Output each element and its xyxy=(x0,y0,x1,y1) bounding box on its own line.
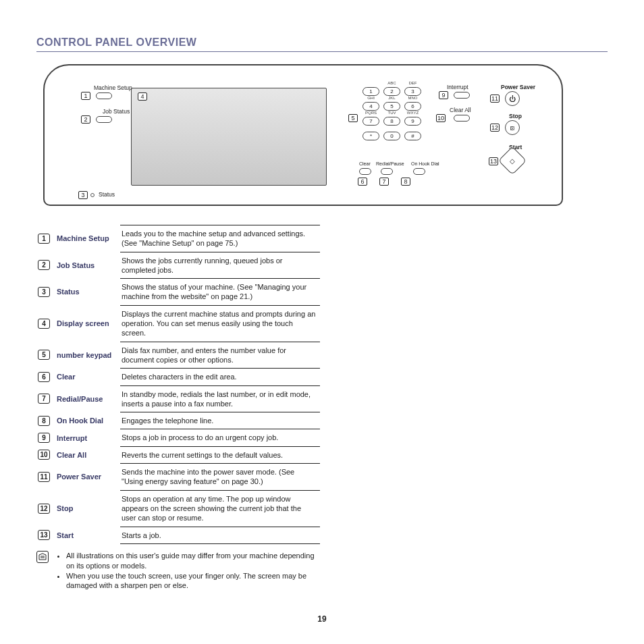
row-num: 13 xyxy=(38,530,50,540)
callout-table: 1Machine SetupLeads you to the machine s… xyxy=(36,225,320,544)
row-desc: Leads you to the machine setup and advan… xyxy=(120,225,320,252)
row-num: 2 xyxy=(38,260,50,270)
callout-7: 7 xyxy=(379,178,389,186)
label-power-saver: Power Saver xyxy=(501,84,535,90)
power-saver-button[interactable]: ⏻ xyxy=(505,91,520,106)
table-row: 5number keypadDials fax number, and ente… xyxy=(36,342,320,369)
callout-11: 11 xyxy=(490,95,500,103)
callout-2: 2 xyxy=(81,115,90,124)
table-row: 8On Hook DialEngages the telephone line. xyxy=(36,412,320,429)
label-clear-all: Clear All xyxy=(450,107,471,113)
page-heading: CONTROL PANEL OVERVIEW xyxy=(36,36,608,52)
callout-10: 10 xyxy=(436,114,446,122)
note-item: All illustrations on this user's guide m… xyxy=(66,551,320,571)
row-num: 3 xyxy=(38,287,50,297)
label-status: Status xyxy=(99,191,115,198)
notes-block: All illustrations on this user's guide m… xyxy=(36,551,320,591)
table-row: 4Display screenDisplays the current mach… xyxy=(36,305,320,342)
callout-8: 8 xyxy=(401,178,410,186)
table-row: 6ClearDeletes characters in the edit are… xyxy=(36,369,320,385)
redial-pause-button[interactable] xyxy=(381,168,393,175)
interrupt-button[interactable] xyxy=(454,92,470,99)
callout-9: 9 xyxy=(439,91,448,99)
job-status-button[interactable] xyxy=(96,116,112,123)
row-name: Start xyxy=(54,527,120,543)
row-num: 11 xyxy=(38,472,50,482)
display-screen xyxy=(131,88,327,186)
table-row: 11Power SaverSends the machine into the … xyxy=(36,464,320,491)
row-desc: Starts a job. xyxy=(120,527,320,543)
number-keypad[interactable]: 1 2 ABC 3 DEF 4 GHI 5 JKL 6 MNO 7 PQRS 8… xyxy=(359,84,433,159)
row-desc: Stops a job in process to do an urgent c… xyxy=(120,429,320,446)
row-name: Status xyxy=(54,279,120,306)
row-num: 7 xyxy=(38,394,50,404)
table-row: 2Job StatusShows the jobs currently runn… xyxy=(36,252,320,279)
row-name: Power Saver xyxy=(54,464,120,491)
row-num: 9 xyxy=(38,433,50,443)
row-num: 4 xyxy=(38,319,50,329)
note-icon xyxy=(36,551,49,563)
row-desc: Deletes characters in the edit area. xyxy=(120,369,320,385)
on-hook-dial-button[interactable] xyxy=(413,168,425,175)
label-on-hook-dial: On Hook Dial xyxy=(411,161,439,166)
row-desc: Stops an operation at any time. The pop … xyxy=(120,490,320,527)
row-num: 6 xyxy=(38,372,50,382)
row-desc: Displays the current machine status and … xyxy=(120,305,320,342)
row-name: On Hook Dial xyxy=(54,412,120,429)
row-desc: Engages the telephone line. xyxy=(120,412,320,429)
label-interrupt: Interrupt xyxy=(447,84,468,90)
row-name: Clear xyxy=(54,369,120,385)
stop-button[interactable]: ⦻ xyxy=(505,120,520,135)
row-desc: Reverts the current settings to the defa… xyxy=(120,446,320,463)
row-num: 8 xyxy=(38,416,50,426)
row-name: number keypad xyxy=(54,342,120,369)
table-row: 13StartStarts a job. xyxy=(36,527,320,543)
row-name: Display screen xyxy=(54,305,120,342)
label-machine-setup: Machine Setup xyxy=(94,84,132,91)
table-row: 10Clear AllReverts the current settings … xyxy=(36,446,320,463)
row-num: 1 xyxy=(38,234,50,244)
clear-all-button[interactable] xyxy=(454,115,470,122)
callout-4: 4 xyxy=(138,92,147,101)
table-row: 3StatusShows the status of your machine.… xyxy=(36,279,320,306)
note-item: When you use the touch screen, use your … xyxy=(66,571,320,591)
table-row: 9InterruptStops a job in process to do a… xyxy=(36,429,320,446)
page-number: 19 xyxy=(0,614,644,624)
row-desc: In standby mode, redials the last number… xyxy=(120,385,320,412)
label-job-status: Job Status xyxy=(103,108,130,115)
row-num: 5 xyxy=(38,350,50,360)
row-name: Clear All xyxy=(54,446,120,463)
table-row: 12StopStops an operation at any time. Th… xyxy=(36,490,320,527)
callout-5: 5 xyxy=(348,114,358,122)
row-name: Job Status xyxy=(54,252,120,279)
panel-illustration: Machine Setup 1 Job Status 2 Status 3 4 … xyxy=(36,64,570,213)
row-name: Interrupt xyxy=(54,429,120,446)
row-num: 12 xyxy=(38,504,50,514)
callout-12: 12 xyxy=(490,124,500,132)
row-name: Redial/Pause xyxy=(54,385,120,412)
callout-6: 6 xyxy=(358,178,367,186)
row-desc: Dials fax number, and enters the number … xyxy=(120,342,320,369)
row-desc: Shows the jobs currently running, queued… xyxy=(120,252,320,279)
row-desc: Shows the status of your machine. (See "… xyxy=(120,279,320,306)
clear-button[interactable] xyxy=(359,168,371,175)
machine-setup-button[interactable] xyxy=(96,92,112,99)
callout-3: 3 xyxy=(78,191,88,199)
row-name: Stop xyxy=(54,490,120,527)
row-desc: Sends the machine into the power saver m… xyxy=(120,464,320,491)
callout-13: 13 xyxy=(489,157,498,165)
label-clear: Clear xyxy=(359,161,371,166)
table-row: 1Machine SetupLeads you to the machine s… xyxy=(36,225,320,252)
row-num: 10 xyxy=(38,450,50,460)
callout-1: 1 xyxy=(81,92,90,100)
table-row: 7Redial/PauseIn standby mode, redials th… xyxy=(36,385,320,412)
row-name: Machine Setup xyxy=(54,225,120,252)
label-redial-pause: Redial/Pause xyxy=(376,161,404,166)
label-stop: Stop xyxy=(509,113,522,119)
